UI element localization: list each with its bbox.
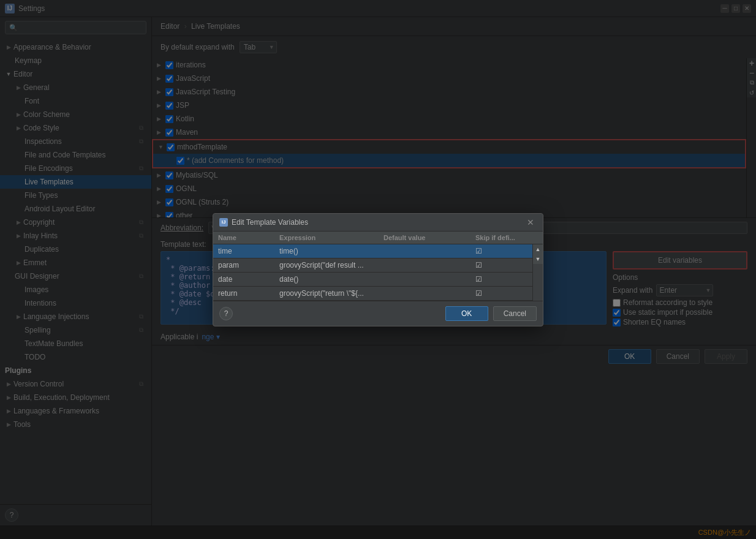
col-header-default: Default value — [384, 234, 475, 241]
modal-row-time[interactable]: time time() ☑ — [213, 244, 532, 258]
col-header-name: Name — [218, 234, 279, 241]
edit-template-variables-dialog: IJ Edit Template Variables ✕ Name Expres… — [213, 213, 543, 326]
modal-footer-buttons: OK Cancel — [445, 306, 537, 321]
modal-overlay: IJ Edit Template Variables ✕ Name Expres… — [0, 0, 756, 539]
modal-table-area: time time() ☑ param groovyScript("def re… — [213, 244, 543, 301]
modal-app-icon: IJ — [219, 218, 228, 227]
modal-help-button[interactable]: ? — [219, 307, 233, 320]
cell-skip: ☑ — [475, 261, 524, 270]
modal-scroll-buttons: ▲ ▼ — [532, 244, 543, 301]
settings-window: IJ Settings ─ □ ✕ 🔍 ▶ Appearance & Behav… — [0, 0, 756, 539]
cell-name: param — [218, 261, 279, 270]
cell-expression: time() — [279, 247, 384, 255]
modal-scroll-down[interactable]: ▼ — [533, 254, 543, 264]
cell-skip: ☑ — [475, 289, 524, 298]
modal-titlebar: IJ Edit Template Variables ✕ — [213, 214, 543, 232]
modal-footer: ? OK Cancel — [213, 301, 543, 326]
col-header-skip: Skip if defi... — [475, 234, 524, 241]
modal-row-date[interactable]: date date() ☑ — [213, 273, 532, 287]
modal-row-return[interactable]: return groovyScript("return \"${... ☑ — [213, 287, 532, 301]
modal-row-param[interactable]: param groovyScript("def result ... ☑ — [213, 258, 532, 273]
cell-expression: groovyScript("def result ... — [279, 261, 384, 270]
modal-table-body: time time() ☑ param groovyScript("def re… — [213, 244, 532, 301]
cell-skip: ☑ — [475, 247, 524, 255]
modal-scroll-up[interactable]: ▲ — [533, 244, 543, 254]
modal-title: Edit Template Variables — [232, 218, 524, 227]
cell-expression: groovyScript("return \"${... — [279, 289, 384, 298]
modal-cancel-button[interactable]: Cancel — [493, 306, 537, 321]
col-header-expression: Expression — [279, 234, 384, 241]
cell-skip: ☑ — [475, 275, 524, 284]
modal-close-button[interactable]: ✕ — [524, 217, 537, 227]
modal-table-header: Name Expression Default value Skip if de… — [213, 232, 543, 244]
cell-name: time — [218, 247, 279, 255]
cell-name: date — [218, 275, 279, 284]
cell-name: return — [218, 289, 279, 298]
modal-ok-button[interactable]: OK — [445, 306, 488, 321]
cell-expression: date() — [279, 275, 384, 284]
